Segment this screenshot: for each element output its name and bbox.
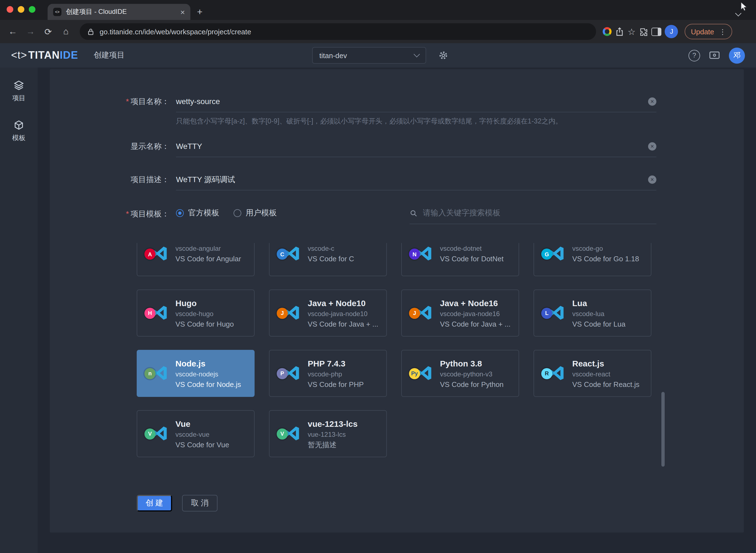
close-window-button[interactable]	[7, 6, 13, 13]
extensions-icon[interactable]	[639, 27, 648, 36]
project-name-label: *项目名称：	[50, 96, 176, 126]
template-id: vscode-nodejs	[175, 370, 241, 378]
update-label: Update	[691, 27, 714, 36]
template-icon: C	[277, 243, 301, 265]
template-card[interactable]: Py Python 3.8 vscode-python-v3 VS Code f…	[401, 350, 519, 397]
sidebar-item-label: 模板	[12, 134, 25, 143]
project-name-input[interactable]: wetty-source ×	[176, 96, 656, 112]
template-card[interactable]: P PHP 7.4.3 vscode-php VS Code for PHP	[269, 350, 387, 397]
clear-icon[interactable]: ×	[648, 97, 656, 105]
template-desc: VS Code for Lua	[572, 320, 625, 328]
template-card[interactable]: J Java + Node16 vscode-java-node16 VS Co…	[401, 290, 519, 336]
back-icon[interactable]: ←	[6, 26, 20, 36]
template-card[interactable]: V Vue vscode-vue VS Code for Vue	[137, 410, 255, 457]
help-icon[interactable]: ?	[688, 50, 700, 61]
update-button[interactable]: Update ⋮	[685, 24, 733, 39]
logo-ide: IDE	[60, 49, 78, 62]
browser-tab-strip: <> 创建项目 - CloudIDE × +	[0, 0, 756, 20]
template-texts: Lua vscode-lua VS Code for Lua	[572, 298, 625, 328]
language-badge: J	[409, 308, 420, 319]
display-name-input[interactable]: WeTTY ×	[176, 141, 656, 157]
radio-user-template[interactable]: 用户模板	[234, 208, 277, 218]
template-id: vscode-python-v3	[440, 370, 504, 378]
template-desc: VS Code for Java + ...	[440, 320, 511, 328]
search-icon	[410, 209, 418, 217]
search-placeholder: 请输入关键字搜索模板	[423, 208, 500, 218]
home-icon[interactable]: ⌂	[59, 26, 73, 36]
template-title: vue-1213-lcs	[308, 418, 357, 429]
grid-scrollbar-thumb[interactable]	[661, 392, 665, 467]
template-icon: H	[145, 302, 169, 324]
template-texts: Hugo vscode-hugo VS Code for Hugo	[175, 298, 234, 328]
language-badge: A	[145, 248, 156, 260]
tab-close-icon[interactable]: ×	[180, 8, 185, 16]
reload-icon[interactable]: ⟳	[41, 26, 55, 37]
template-desc: VS Code for C	[308, 255, 354, 263]
template-id: vscode-vue	[175, 430, 229, 439]
google-icon[interactable]	[603, 27, 611, 36]
template-title: Python 3.8	[440, 358, 504, 369]
settings-gear-icon[interactable]	[438, 50, 448, 60]
new-tab-button[interactable]: +	[197, 7, 202, 17]
language-badge: V	[145, 428, 156, 439]
template-texts: Java + Node10 vscode-java-node10 VS Code…	[308, 298, 378, 328]
template-texts: PHP 7.4.3 vscode-php VS Code for PHP	[308, 358, 364, 389]
language-badge: C	[277, 248, 288, 260]
cancel-button[interactable]: 取 消	[182, 495, 218, 511]
project-desc-input[interactable]: WeTTY 源码调试 ×	[176, 174, 656, 190]
template-card[interactable]: N vscode-dotnet VS Code for DotNet	[401, 243, 519, 276]
forward-icon[interactable]: →	[23, 26, 37, 36]
sidebar-item-projects[interactable]: 项目	[0, 75, 37, 107]
language-badge: n	[145, 368, 156, 379]
browser-menu-icon[interactable]: ⋮	[719, 27, 727, 36]
share-icon[interactable]	[615, 27, 624, 36]
form-actions: 创 建 取 消	[137, 495, 744, 511]
main-area: *项目名称： wetty-source × 只能包含小写字母[a-z]、数字[0…	[37, 68, 756, 553]
radio-selected-icon	[176, 209, 184, 217]
template-title: PHP 7.4.3	[308, 358, 364, 369]
template-desc: VS Code for Python	[440, 380, 504, 389]
template-card[interactable]: G vscode-go VS Code for Go 1.18	[533, 243, 651, 276]
template-card[interactable]: R React.js vscode-react VS Code for Reac…	[533, 350, 651, 397]
template-id: vscode-angular	[175, 245, 241, 253]
address-bar[interactable]: go.titanide.cn/ide/web/workspace/project…	[80, 23, 596, 40]
template-desc: VS Code for React.js	[572, 380, 640, 389]
template-card[interactable]: A vscode-angular VS Code for Angular	[137, 243, 255, 276]
sidebar-item-templates[interactable]: 模板	[0, 115, 37, 147]
project-name-value: wetty-source	[176, 96, 220, 107]
maximize-window-button[interactable]	[29, 6, 35, 13]
user-avatar[interactable]: 邓	[729, 47, 745, 63]
template-card[interactable]: n Node.js vscode-nodejs VS Code for Node…	[137, 350, 255, 397]
template-card[interactable]: J Java + Node10 vscode-java-node10 VS Co…	[269, 290, 387, 336]
radio-official-template[interactable]: 官方模板	[176, 208, 219, 218]
browser-tab[interactable]: <> 创建项目 - CloudIDE ×	[48, 4, 190, 20]
template-title: Lua	[572, 298, 625, 308]
template-search-input[interactable]: 请输入关键字搜索模板	[410, 208, 656, 224]
template-card[interactable]: C vscode-c VS Code for C	[269, 243, 387, 276]
language-badge: N	[409, 248, 420, 260]
minimize-window-button[interactable]	[18, 6, 24, 13]
app-header: <t> TITAN IDE 创建项目 titan-dev ? 邓	[0, 43, 756, 68]
template-id: vscode-c	[308, 245, 354, 253]
tab-favicon-icon: <>	[53, 8, 62, 16]
template-card[interactable]: V vue-1213-lcs vue-1213-lcs 暂无描述	[269, 410, 387, 457]
screen-share-icon[interactable]	[709, 51, 720, 60]
template-desc: VS Code for Java + ...	[308, 320, 378, 328]
template-card[interactable]: H Hugo vscode-hugo VS Code for Hugo	[137, 290, 255, 336]
side-panel-icon[interactable]	[652, 27, 662, 36]
clear-icon[interactable]: ×	[648, 175, 656, 183]
bookmark-star-icon[interactable]: ☆	[627, 26, 636, 37]
page-title: 创建项目	[93, 50, 124, 60]
browser-profile-avatar[interactable]: J	[665, 25, 678, 38]
workspace-select[interactable]: titan-dev	[312, 47, 426, 64]
language-badge: J	[277, 308, 288, 319]
template-desc: VS Code for Go 1.18	[572, 255, 639, 263]
clear-icon[interactable]: ×	[648, 142, 656, 150]
create-button[interactable]: 创 建	[137, 495, 172, 511]
radio-unselected-icon	[234, 209, 241, 217]
template-desc: VS Code for Vue	[175, 440, 229, 449]
template-texts: React.js vscode-react VS Code for React.…	[572, 358, 640, 389]
template-icon: G	[541, 243, 566, 265]
template-card[interactable]: L Lua vscode-lua VS Code for Lua	[533, 290, 651, 336]
chevron-down-icon[interactable]	[735, 10, 742, 17]
